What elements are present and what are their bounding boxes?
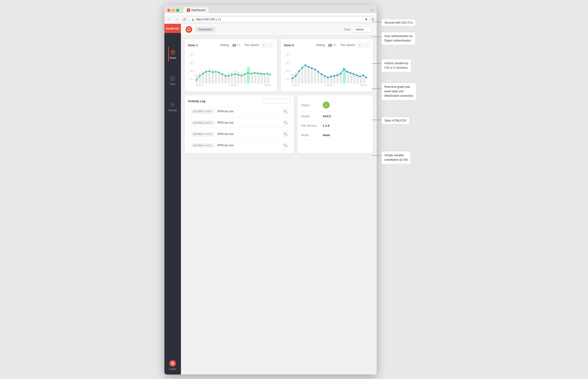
board-icon <box>170 49 176 56</box>
zone2-unit: °C <box>333 44 336 47</box>
app-header: Dashboard User: Admin <box>181 24 377 35</box>
zone2-panel: Zone 2 Setting: 25 °C Fan Speed: + − <box>281 39 373 92</box>
svg-point-120 <box>362 75 364 76</box>
zone1-unit: °C <box>237 44 240 47</box>
log-search-3[interactable]: 🔍 <box>283 131 288 137</box>
svg-point-48 <box>222 73 223 75</box>
svg-rect-32 <box>243 74 245 83</box>
svg-rect-27 <box>227 72 229 83</box>
traffic-lights <box>167 9 179 12</box>
user-label: User: <box>344 28 351 31</box>
tools-icon <box>169 75 176 82</box>
bottom-row: Activity Log 2015/08/14 16:00:1 RPM too … <box>185 95 373 153</box>
svg-point-40 <box>196 79 197 81</box>
log-search-4[interactable]: 🔍 <box>283 143 288 148</box>
svg-point-57 <box>250 73 252 75</box>
tab-title: Dashboard <box>192 9 205 12</box>
brand-text: Acme AC <box>166 27 179 30</box>
svg-point-52 <box>234 73 236 75</box>
svg-rect-80 <box>307 67 309 83</box>
status-panel: Status: ✓ Model: AAC1 FW Version: <box>298 95 373 153</box>
log-search-1[interactable]: 🔍 <box>283 109 288 114</box>
browser-window: T Dashboard ⤢ ← → ↺ 🔒 https://192.168.1.… <box>164 5 377 375</box>
svg-rect-89 <box>336 72 338 83</box>
maximize-traffic-light[interactable] <box>176 9 179 12</box>
zone1-fan-minus[interactable]: − <box>268 43 274 48</box>
zone2-fan-label: Fan Speed: <box>341 43 355 47</box>
logout-label: Logout <box>169 368 176 370</box>
annotation-auth: User authenticated viaDigest Authenticat… <box>381 32 416 45</box>
log-timestamp-3: 2015/08/14 16:20:1 <box>191 132 215 136</box>
content-area: Zone 1 Setting: 15 °C Fan Speed: + − <box>181 35 377 157</box>
header-logo <box>186 26 192 33</box>
log-item: 2015/08/14 16:30:1 RPM too low 🔍 <box>188 141 291 150</box>
header-dashboard-tab[interactable]: Dashboard <box>195 27 216 32</box>
activity-title: Activity Log <box>188 99 205 103</box>
sidebar-item-settings[interactable]: Settings <box>168 99 177 114</box>
svg-point-62 <box>266 73 268 75</box>
zone1-panel: Zone 1 Setting: 15 °C Fan Speed: + − <box>185 39 277 92</box>
svg-rect-93 <box>350 72 352 83</box>
forward-button[interactable]: → <box>174 17 180 22</box>
refresh-button[interactable]: ↺ <box>182 17 187 22</box>
annotation-cgi: Actions handled byCGI or C functions <box>381 59 411 72</box>
svg-point-6 <box>172 104 173 106</box>
minimize-traffic-light[interactable] <box>172 9 175 12</box>
annotation-ssi: Simple variablesubstitution by SSI <box>381 151 411 164</box>
svg-rect-94 <box>353 74 355 83</box>
zone1-chart: 30 C 25 C 20 C 15 C <box>188 50 274 88</box>
zone1-fan-plus[interactable]: + <box>261 43 267 48</box>
logout-button[interactable]: Logout <box>167 358 178 372</box>
app-container: Acme AC ··· Board ··· <box>164 24 377 375</box>
user-select[interactable]: Admin <box>353 27 372 32</box>
sidebar-bottom: ··· Logout <box>167 350 178 375</box>
svg-text:15 C: 15 C <box>286 78 290 80</box>
svg-rect-31 <box>240 72 242 83</box>
zone2-fan-plus[interactable]: + <box>357 43 362 48</box>
svg-point-116 <box>349 72 351 74</box>
svg-point-115 <box>346 71 348 73</box>
model-value: AAC1 <box>323 114 331 118</box>
log-timestamp-4: 2015/08/14 16:30:1 <box>191 143 215 147</box>
log-timestamp-2: 2015/08/14 16:10:1 <box>191 121 215 125</box>
browser-menu-button[interactable]: ≡ <box>372 17 374 22</box>
svg-text:12:00 PM: 12:00 PM <box>229 84 237 86</box>
svg-point-58 <box>254 72 255 74</box>
svg-text:25 C: 25 C <box>286 62 290 64</box>
fw-label: FW Version: <box>301 124 320 127</box>
url-text: https://192.168.1.11 <box>196 18 364 21</box>
status-row-fw: FW Version: 1.1.0 <box>301 121 369 130</box>
svg-point-113 <box>340 73 341 75</box>
sidebar-item-tools[interactable]: Tools <box>168 73 177 88</box>
expand-button[interactable]: ⤢ <box>370 8 374 12</box>
svg-point-41 <box>199 75 200 77</box>
model-label: Model: <box>301 114 320 118</box>
svg-point-106 <box>317 71 319 73</box>
sidebar: Acme AC ··· Board ··· <box>164 24 181 375</box>
annotation-graph: Real-time graph andevent data overWebSoc… <box>381 83 417 100</box>
status-label: Status: <box>301 103 320 107</box>
svg-point-118 <box>356 75 357 76</box>
svg-rect-29 <box>234 70 236 83</box>
svg-rect-33 <box>247 67 250 83</box>
activity-filter[interactable] <box>262 99 291 103</box>
browser-tab[interactable]: T Dashboard <box>183 7 209 13</box>
address-bar[interactable]: 🔒 https://192.168.1.11 <box>189 16 370 22</box>
status-row-status: Status: ✓ <box>301 99 369 112</box>
back-button[interactable]: ← <box>167 17 172 22</box>
close-traffic-light[interactable] <box>167 9 170 12</box>
sidebar-item-board[interactable]: Board <box>168 47 177 62</box>
svg-rect-30 <box>237 71 239 83</box>
log-search-2[interactable]: 🔍 <box>283 120 288 125</box>
activity-header: Activity Log <box>188 99 291 103</box>
svg-point-101 <box>301 67 303 69</box>
svg-text:15 C: 15 C <box>190 78 194 80</box>
tools-label: Tools <box>170 83 175 85</box>
zone2-fan-minus[interactable]: − <box>364 43 370 48</box>
zone2-header: Zone 2 Setting: 25 °C Fan Speed: + − <box>284 43 370 48</box>
main-content: Dashboard User: Admin <box>181 24 377 375</box>
svg-rect-82 <box>314 70 316 83</box>
svg-point-47 <box>218 72 220 73</box>
mode-value: timer <box>323 133 330 137</box>
ssl-lock-icon: 🔒 <box>191 18 195 21</box>
